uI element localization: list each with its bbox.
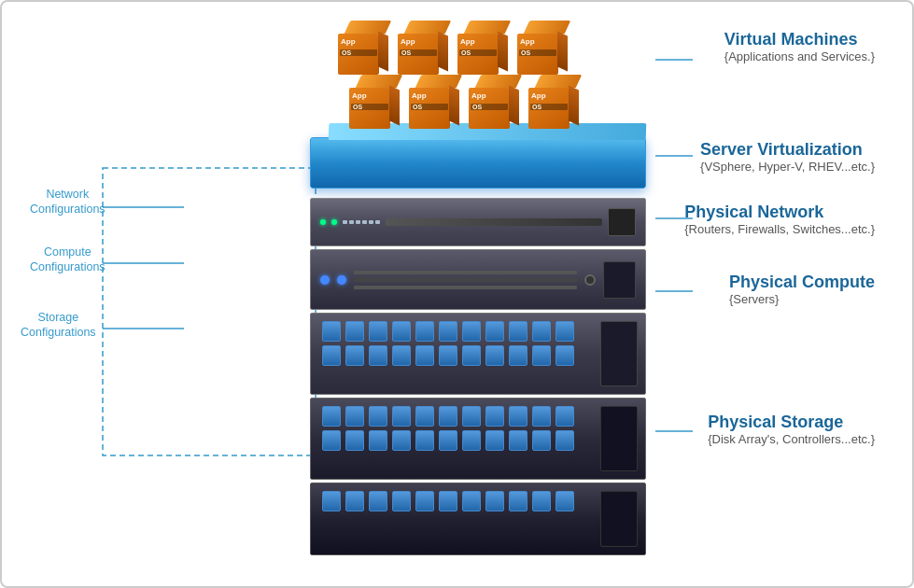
sv-label-group: Server Virtualization {VSphere, Hyper-V,… <box>700 140 875 174</box>
compute-rack-detail <box>354 271 577 289</box>
pn-label-group: Physical Network {Routers, Firewalls, Sw… <box>684 203 875 236</box>
disk-bays-2 <box>311 399 645 458</box>
rack-panel <box>608 208 636 236</box>
led-blue-1 <box>320 275 330 285</box>
rack-detail-bar <box>386 218 602 226</box>
led-blue-2 <box>337 275 346 285</box>
pc-label-group: Physical Compute {Servers} <box>729 273 875 306</box>
sv-subtitle: {VSphere, Hyper-V, RHEV...etc.} <box>700 160 875 174</box>
virtualization-platform <box>310 137 646 189</box>
led-green-2 <box>331 219 337 225</box>
vm-box-5: App OS <box>349 75 400 129</box>
vm-box-2: App OS <box>398 21 448 75</box>
pc-subtitle: {Servers} <box>729 292 875 306</box>
svg-rect-0 <box>103 168 316 455</box>
ps-label-group: Physical Storage {Disk Array's, Controll… <box>708 413 875 446</box>
vm-box-4: App OS <box>517 21 568 75</box>
ports-group <box>343 220 380 224</box>
storage-rack-1 <box>310 313 646 395</box>
disk-bays-1 <box>311 314 645 373</box>
storage-side-panel <box>600 321 638 386</box>
vm-box-8: App OS <box>528 75 579 129</box>
disk-bays-3 <box>311 483 645 519</box>
network-rack <box>310 198 646 246</box>
network-configs-label: Network Configurations <box>30 187 105 217</box>
storage-rack-2 <box>310 398 646 480</box>
compute-knob <box>584 274 596 286</box>
storage-side-panel-3 <box>600 491 638 547</box>
vm-box-3: App OS <box>457 21 508 75</box>
vm-box-6: App OS <box>409 75 459 129</box>
vm-label-group: Virtual Machines {Applications and Servi… <box>724 30 875 63</box>
compute-panel <box>603 261 636 299</box>
vm-box-7: App OS <box>469 75 519 129</box>
storage-rack-3 <box>310 483 646 555</box>
vm-box-1: App OS <box>338 21 388 75</box>
vm-title: Virtual Machines <box>724 30 875 49</box>
stack-diagram: App OS App OS App <box>291 16 683 555</box>
ps-title: Physical Storage <box>708 413 875 432</box>
ps-subtitle: {Disk Array's, Controllers...etc.} <box>708 432 875 446</box>
led-green-1 <box>320 219 326 225</box>
pn-title: Physical Network <box>684 203 875 222</box>
sv-title: Server Virtualization <box>700 140 875 160</box>
main-container: Network Configurations Compute Configura… <box>0 0 914 588</box>
vm-grid: App OS App OS App <box>338 21 571 138</box>
storage-side-panel-2 <box>600 406 638 471</box>
pc-title: Physical Compute <box>729 273 875 292</box>
vm-layer: App OS App OS App <box>291 16 683 198</box>
compute-rack <box>310 249 646 310</box>
compute-configs-label: Compute Configurations <box>30 245 105 275</box>
vm-subtitle: {Applications and Services.} <box>724 49 875 63</box>
pn-subtitle: {Routers, Firewalls, Switches...etc.} <box>684 222 875 236</box>
storage-configs-label: Storage Configurations <box>21 310 96 341</box>
